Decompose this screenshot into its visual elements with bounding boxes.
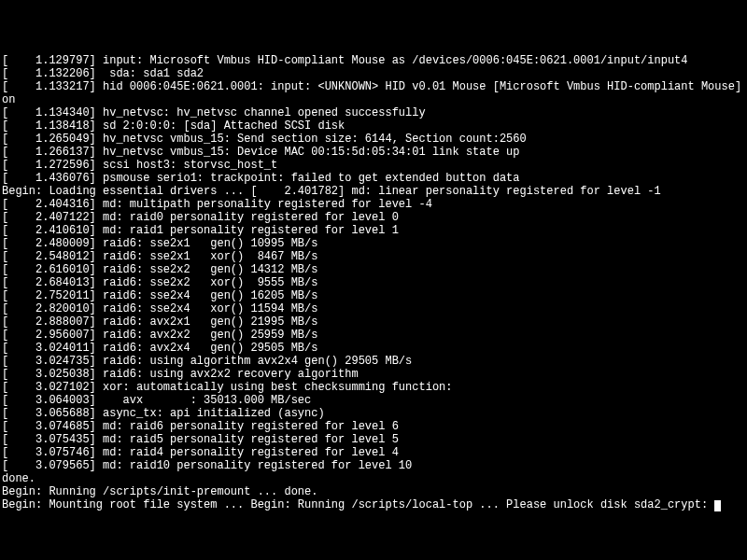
console-line: [ 2.407122] md: raid0 personality regist… [2, 211, 745, 224]
console-line: done. [2, 472, 745, 485]
console-line: [ 1.436076] psmouse serio1: trackpoint: … [2, 172, 745, 185]
console-line: [ 2.820010] raid6: sse2x4 xor() 11594 MB… [2, 302, 745, 315]
console-line: [ 3.079565] md: raid10 personality regis… [2, 459, 745, 472]
console-line: [ 3.025038] raid6: using avx2x2 recovery… [2, 368, 745, 381]
console-line: Begin: Mounting root file system ... Beg… [2, 498, 745, 511]
console-line: [ 2.684013] raid6: sse2x2 xor() 9555 MB/… [2, 276, 745, 289]
console-line: [ 2.404316] md: multipath personality re… [2, 198, 745, 211]
console-line: [ 2.752011] raid6: sse2x4 gen() 16205 MB… [2, 289, 745, 302]
console-line: [ 1.265049] hv_netvsc vmbus_15: Send sec… [2, 133, 745, 146]
console-line: [ 1.266137] hv_netvsc vmbus_15: Device M… [2, 146, 745, 159]
console-line: [ 1.138418] sd 2:0:0:0: [sda] Attached S… [2, 119, 745, 133]
console-line: [ 2.888007] raid6: avx2x1 gen() 21995 MB… [2, 315, 745, 329]
console-line: [ 1.133217] hid 0006:045E:0621.0001: inp… [2, 80, 745, 106]
console-line: [ 2.480009] raid6: sse2x1 gen() 10995 MB… [2, 237, 745, 250]
console-line: [ 1.272596] scsi host3: storvsc_host_t [2, 159, 745, 172]
console-line: [ 1.132206] sda: sda1 sda2 [2, 67, 745, 80]
cursor [714, 500, 721, 511]
console-line: Begin: Running /scripts/init-premount ..… [2, 485, 745, 498]
console-line: [ 3.064003] avx : 35013.000 MB/sec [2, 394, 745, 407]
console-line: [ 3.065688] async_tx: api initialized (a… [2, 407, 745, 420]
console-line: [ 3.024011] raid6: avx2x4 gen() 29505 MB… [2, 342, 745, 355]
console-line: [ 3.075746] md: raid4 personality regist… [2, 446, 745, 459]
console-line: [ 1.129797] input: Microsoft Vmbus HID-c… [2, 54, 745, 67]
boot-console[interactable]: [ 1.129797] input: Microsoft Vmbus HID-c… [2, 54, 745, 560]
console-line: [ 2.548012] raid6: sse2x1 xor() 8467 MB/… [2, 250, 745, 263]
console-line: Begin: Loading essential drivers ... [ 2… [2, 185, 745, 198]
console-line: [ 3.074685] md: raid6 personality regist… [2, 420, 745, 433]
console-line: [ 2.410610] md: raid1 personality regist… [2, 224, 745, 237]
console-line: [ 1.134340] hv_netvsc: hv_netvsc channel… [2, 106, 745, 119]
console-line: [ 2.956007] raid6: avx2x2 gen() 25959 MB… [2, 329, 745, 342]
console-line: [ 3.075435] md: raid5 personality regist… [2, 433, 745, 446]
console-line: [ 3.024735] raid6: using algorithm avx2x… [2, 355, 745, 368]
console-line: [ 3.027102] xor: automatically using bes… [2, 381, 745, 394]
console-line: [ 2.616010] raid6: sse2x2 gen() 14312 MB… [2, 263, 745, 276]
